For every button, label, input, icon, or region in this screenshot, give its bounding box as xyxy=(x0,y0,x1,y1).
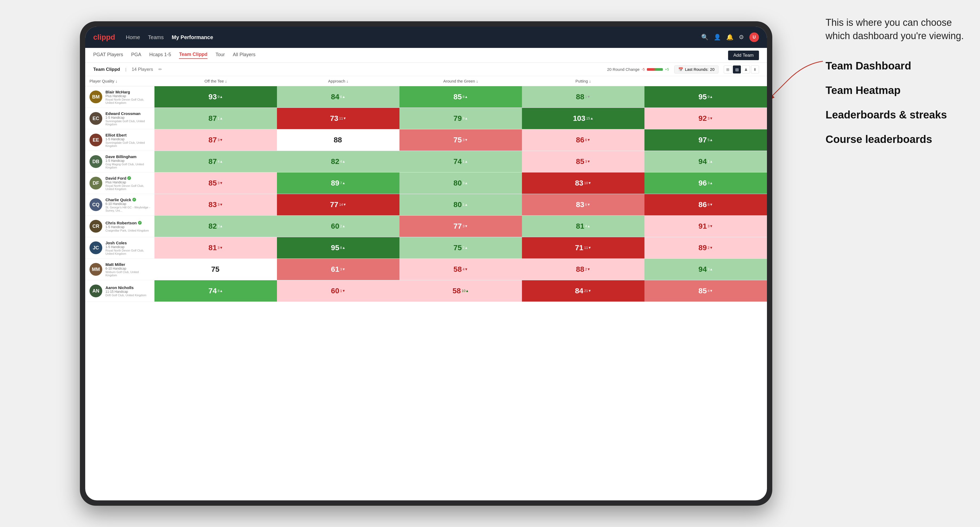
player-name: Edward Crossman xyxy=(105,111,150,116)
table-row: EC Edward Crossman 1-5 Handicap Sunningd… xyxy=(85,108,767,129)
view-grid-icon[interactable]: ⊞ xyxy=(724,65,732,73)
settings-icon[interactable]: ⚙ xyxy=(739,34,744,41)
nav-logo: clippd xyxy=(93,33,115,41)
player-info[interactable]: DF David Ford ✓ Plus Handicap Royal Nort… xyxy=(85,173,154,194)
table-row: JC Josh Coles 1-5 Handicap Royal North D… xyxy=(85,237,767,259)
player-info[interactable]: AN Aaron Nicholls 11-15 Handicap Drift G… xyxy=(85,280,154,302)
col-player-quality: Player Quality ↓ xyxy=(85,76,154,86)
score-value: 87 xyxy=(208,157,217,166)
player-info[interactable]: EC Edward Crossman 1-5 Handicap Sunningd… xyxy=(85,108,154,129)
player-info[interactable]: BM Blair McHarg Plus Handicap Royal Nort… xyxy=(85,86,154,108)
view-more-icon[interactable]: ⬇ xyxy=(751,65,759,73)
player-handicap: 11-15 Handicap xyxy=(105,290,146,294)
score-cell: 85 3▼ xyxy=(154,173,277,194)
player-info[interactable]: DB Dave Billingham 1-5 Handicap Gog Mago… xyxy=(85,151,154,172)
last-rounds-value: 20 xyxy=(710,67,714,71)
col-headers: Player Quality ↓ Off the Tee ↓ Approach … xyxy=(85,76,767,86)
change-gradient-bar xyxy=(647,68,663,71)
score-change: 6▲ xyxy=(340,95,345,99)
search-icon[interactable]: 🔍 xyxy=(701,34,708,41)
score-change: 3▼ xyxy=(218,138,223,142)
score-change: 8▲ xyxy=(340,246,345,250)
tab-team-clippd[interactable]: Team Clippd xyxy=(179,52,207,59)
view-table-icon[interactable]: ▤ xyxy=(733,65,741,73)
tab-hcaps[interactable]: Hcaps 1-5 xyxy=(149,52,171,59)
nav-link-my-performance[interactable]: My Performance xyxy=(172,34,213,40)
bell-icon[interactable]: 🔔 xyxy=(726,34,733,41)
score-cell: 82 4▲ xyxy=(277,151,399,172)
nav-link-teams[interactable]: Teams xyxy=(148,34,164,40)
edit-icon[interactable]: ✏ xyxy=(158,67,162,72)
score-value: 86 xyxy=(698,200,707,209)
player-avatar: AN xyxy=(89,284,102,297)
score-value: 87 xyxy=(208,114,217,123)
score-value: 92 xyxy=(698,114,707,123)
player-avatar: MM xyxy=(89,263,102,276)
score-change: 11▼ xyxy=(339,116,346,120)
score-value: 94 xyxy=(698,265,707,274)
player-details: Edward Crossman 1-5 Handicap Sunningdale… xyxy=(105,111,150,126)
tab-all-players[interactable]: All Players xyxy=(233,52,255,59)
last-rounds-button[interactable]: 📅 Last Rounds: 20 xyxy=(674,65,719,73)
player-avatar: DF xyxy=(89,177,102,189)
table-row: DB Dave Billingham 1-5 Handicap Gog Mago… xyxy=(85,151,767,173)
tab-pgat-players[interactable]: PGAT Players xyxy=(93,52,123,59)
score-cell: 82 3▲ xyxy=(154,216,277,237)
score-change: 2▼ xyxy=(708,246,713,250)
player-club: Sunningdale Golf Club, United Kingdom xyxy=(105,141,150,148)
score-change: 9▲ xyxy=(218,95,223,99)
view-card-icon[interactable]: ♟ xyxy=(742,65,750,73)
score-cell: 95 9▲ xyxy=(644,86,767,108)
score-change: 3▼ xyxy=(708,116,713,120)
main-content: Player Quality ↓ Off the Tee ↓ Approach … xyxy=(85,76,767,500)
tab-tour[interactable]: Tour xyxy=(215,52,225,59)
player-avatar: DB xyxy=(89,155,102,168)
score-cell: 86 8▼ xyxy=(644,194,767,215)
player-info[interactable]: JC Josh Coles 1-5 Handicap Royal North D… xyxy=(85,237,154,259)
score-change: 7▲ xyxy=(340,181,345,185)
score-change: 6▼ xyxy=(585,203,590,206)
score-change: 8▼ xyxy=(708,203,713,206)
player-info[interactable]: MM Matt Miller 6-10 Handicap Woburn Golf… xyxy=(85,259,154,280)
score-cell: 84 21▼ xyxy=(522,280,644,302)
score-value: 82 xyxy=(208,222,217,230)
tab-pga[interactable]: PGA xyxy=(131,52,141,59)
player-details: Blair McHarg Plus Handicap Royal North D… xyxy=(105,90,150,104)
score-change: 3▲ xyxy=(463,181,468,185)
player-details: Elliot Ebert 1-5 Handicap Sunningdale Go… xyxy=(105,133,150,148)
player-name: Aaron Nicholls xyxy=(105,285,146,290)
score-change: 1▼ xyxy=(340,289,345,293)
score-cell: 89 2▼ xyxy=(644,237,767,259)
player-info[interactable]: CR Chris Robertson ✓ 1-5 Handicap Craigm… xyxy=(85,216,154,237)
score-cell: 77 3▼ xyxy=(399,216,522,237)
add-team-button[interactable]: Add Team xyxy=(728,51,759,60)
score-value: 58 xyxy=(452,287,461,295)
score-change: 1▲ xyxy=(463,203,468,206)
nav-link-home[interactable]: Home xyxy=(126,34,140,40)
score-cell: 89 7▲ xyxy=(277,173,399,194)
player-info[interactable]: CQ Charlie Quick ✓ 6-10 Handicap St. Geo… xyxy=(85,194,154,215)
score-change: 10▼ xyxy=(584,181,591,185)
player-club: Craigmillar Park, United Kingdom xyxy=(105,229,149,232)
score-value: 93 xyxy=(208,93,217,101)
user-icon[interactable]: 👤 xyxy=(714,34,721,41)
score-value: 89 xyxy=(698,243,707,252)
score-cell: 81 4▲ xyxy=(522,216,644,237)
annotation-area: This is where you can choose which dashb… xyxy=(826,16,964,157)
score-cell: 88 xyxy=(277,129,399,151)
score-cell: 88 1▼ xyxy=(522,86,644,108)
player-club: Royal North Devon Golf Club, United King… xyxy=(105,184,150,190)
calendar-icon: 📅 xyxy=(678,67,683,72)
player-handicap: 1-5 Handicap xyxy=(105,159,150,163)
player-info[interactable]: EE Elliot Ebert 1-5 Handicap Sunningdale… xyxy=(85,129,154,151)
score-change: 3▼ xyxy=(463,224,468,228)
score-cell: 81 3▼ xyxy=(154,237,277,259)
avatar[interactable]: U xyxy=(749,32,759,42)
score-cell: 58 4▼ xyxy=(399,259,522,280)
score-value: 61 xyxy=(331,265,339,274)
score-change: 8▲ xyxy=(463,95,468,99)
score-change: 11▼ xyxy=(584,246,591,250)
nav-icons: 🔍 👤 🔔 ⚙ U xyxy=(701,32,759,42)
score-change: 3▲ xyxy=(218,224,223,228)
score-change: 4▲ xyxy=(340,159,345,163)
